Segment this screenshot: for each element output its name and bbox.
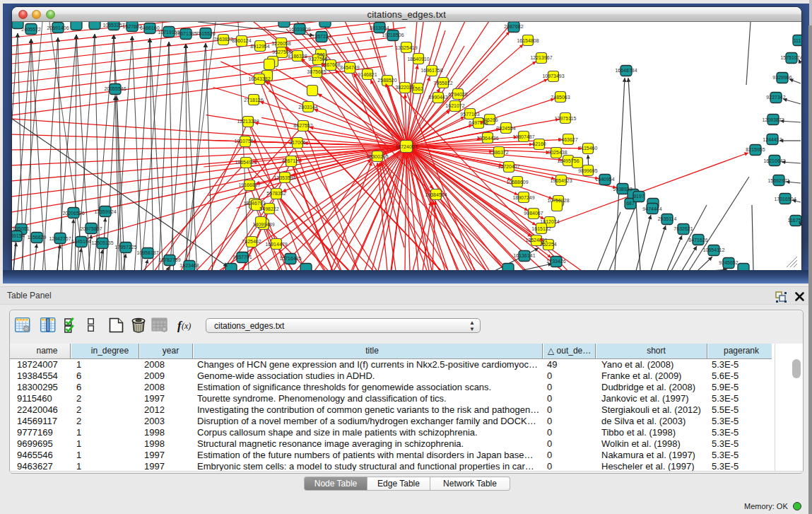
- svg-text:10654112: 10654112: [702, 247, 724, 252]
- svg-text:9857791: 9857791: [233, 255, 252, 259]
- svg-text:7663822: 7663822: [213, 37, 233, 42]
- svg-text:10653257: 10653257: [102, 23, 124, 28]
- svg-text:1527602: 1527602: [122, 24, 141, 29]
- svg-text:2935114: 2935114: [657, 216, 676, 221]
- svg-text:10973493: 10973493: [542, 74, 564, 78]
- svg-text:16136141: 16136141: [513, 253, 535, 258]
- svg-text:9146821: 9146821: [358, 72, 377, 77]
- svg-text:3226058: 3226058: [271, 41, 290, 46]
- svg-text:9899695: 9899695: [578, 168, 597, 173]
- svg-text:1345194: 1345194: [71, 239, 90, 244]
- svg-text:8912954: 8912954: [250, 44, 269, 49]
- svg-text:9329966: 9329966: [772, 75, 792, 80]
- svg-text:7386372: 7386372: [489, 150, 508, 155]
- svg-text:7625402: 7625402: [242, 239, 261, 244]
- svg-text:18640910: 18640910: [407, 57, 429, 62]
- svg-text:16961758: 16961758: [420, 68, 442, 73]
- svg-text:4267110: 4267110: [281, 158, 300, 163]
- svg-text:8454749: 8454749: [340, 65, 359, 70]
- svg-text:15716485: 15716485: [279, 256, 301, 261]
- svg-text:1612074: 1612074: [540, 219, 559, 224]
- svg-text:20206526: 20206526: [62, 211, 84, 216]
- svg-text:8990443: 8990443: [428, 95, 447, 100]
- svg-text:2087682: 2087682: [504, 24, 523, 29]
- svg-text:18907249: 18907249: [512, 195, 534, 200]
- svg-text:317006: 317006: [289, 140, 305, 145]
- svg-text:9227342: 9227342: [766, 95, 785, 100]
- svg-text:6466160: 6466160: [140, 25, 159, 30]
- svg-text:1621072: 1621072: [445, 103, 464, 108]
- svg-text:9084067: 9084067: [524, 211, 543, 216]
- svg-text:15751074: 15751074: [780, 55, 801, 60]
- svg-text:116753: 116753: [787, 218, 801, 223]
- svg-text:20975867: 20975867: [80, 226, 102, 231]
- svg-text:9474444: 9474444: [642, 206, 661, 211]
- svg-text:10688609: 10688609: [506, 180, 528, 185]
- svg-text:5498222: 5498222: [259, 206, 278, 211]
- svg-text:15692971: 15692971: [767, 178, 789, 183]
- svg-text:1117: 1117: [793, 38, 801, 43]
- svg-text:3824554: 3824554: [496, 126, 515, 131]
- svg-text:2803144: 2803144: [298, 105, 317, 110]
- svg-text:1615132: 1615132: [531, 226, 551, 231]
- svg-text:9245652: 9245652: [719, 260, 738, 265]
- svg-text:252254: 252254: [540, 242, 556, 247]
- svg-text:16210643: 16210643: [763, 158, 785, 163]
- svg-text:9327508: 9327508: [308, 57, 327, 62]
- svg-text:8860124: 8860124: [232, 38, 251, 43]
- svg-text:12093872: 12093872: [762, 117, 784, 122]
- svg-text:16154808: 16154808: [517, 38, 539, 43]
- svg-text:18300295: 18300295: [366, 154, 388, 159]
- svg-text:9197: 9197: [633, 194, 645, 199]
- svg-text:7955812: 7955812: [433, 81, 452, 86]
- svg-text:9115460: 9115460: [578, 146, 597, 151]
- svg-text:14099489: 14099489: [252, 222, 274, 227]
- svg-text:12942757: 12942757: [49, 236, 71, 241]
- svg-text:8186328: 8186328: [288, 54, 307, 59]
- svg-text:16543382: 16543382: [248, 76, 270, 81]
- svg-text:8813054: 8813054: [370, 25, 389, 30]
- svg-text:835051: 835051: [13, 226, 29, 231]
- svg-text:1923468: 1923468: [180, 263, 199, 268]
- svg-text:939154: 939154: [12, 233, 25, 238]
- svg-text:8215955: 8215955: [746, 147, 765, 152]
- svg-text:1640954: 1640954: [595, 177, 614, 182]
- svg-text:13325419: 13325419: [395, 45, 417, 50]
- svg-text:16648784: 16648784: [615, 68, 637, 73]
- svg-text:7357224: 7357224: [312, 34, 331, 39]
- svg-text:12213967: 12213967: [530, 55, 552, 60]
- svg-text:1733426: 1733426: [546, 259, 565, 264]
- svg-text:7515526: 7515526: [196, 31, 215, 36]
- svg-text:687: 687: [626, 201, 635, 206]
- svg-text:2588520: 2588520: [377, 78, 396, 83]
- svg-text:(x): (x): [182, 321, 191, 331]
- svg-text:7632621: 7632621: [673, 226, 693, 231]
- svg-text:5578352: 5578352: [266, 191, 286, 196]
- svg-text:17957225: 17957225: [114, 245, 136, 250]
- svg-text:17016504: 17016504: [774, 197, 796, 201]
- svg-text:3875685: 3875685: [307, 69, 326, 74]
- svg-text:6497568: 6497568: [469, 120, 488, 125]
- svg-text:20055546: 20055546: [104, 86, 126, 91]
- svg-text:62160: 62160: [532, 141, 546, 146]
- svg-text:1156829: 1156829: [27, 235, 46, 240]
- svg-text:2405572: 2405572: [21, 27, 40, 32]
- svg-text:6794028: 6794028: [448, 92, 467, 97]
- svg-text:10958187: 10958187: [136, 250, 158, 255]
- svg-text:20691406: 20691406: [47, 25, 69, 30]
- svg-text:1244413: 1244413: [763, 137, 782, 142]
- svg-text:16033809: 16033809: [288, 27, 310, 32]
- svg-text:18724007: 18724007: [395, 144, 417, 149]
- svg-text:12505135: 12505135: [91, 240, 113, 245]
- svg-text:19218506: 19218506: [382, 33, 404, 37]
- svg-text:19384554: 19384554: [425, 192, 447, 197]
- svg-text:18246793: 18246793: [243, 201, 265, 206]
- svg-text:9577103: 9577103: [460, 112, 479, 117]
- svg-text:16782759: 16782759: [158, 257, 180, 262]
- svg-text:16671385: 16671385: [175, 31, 196, 36]
- svg-text:16914479: 16914479: [265, 242, 287, 247]
- svg-text:1562: 1562: [412, 86, 423, 91]
- svg-text:8471626: 8471626: [688, 238, 707, 243]
- svg-text:17359924: 17359924: [94, 209, 116, 214]
